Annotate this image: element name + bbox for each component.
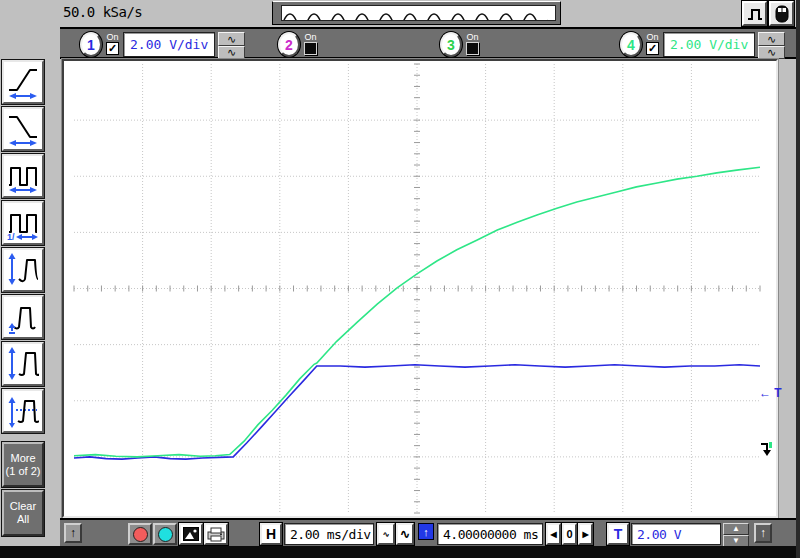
up-triangle-icon: ▲ (732, 525, 740, 533)
channel-1-scale-value: 2.00 V/div (130, 37, 208, 52)
clear-all-label-line2: All (17, 513, 29, 526)
more-button[interactable]: More (1 of 2) (2, 442, 44, 487)
timebase-value: 2.00 ms/div (290, 527, 371, 542)
channel-4-scale-value: 2.00 V/div (670, 37, 748, 52)
stop-button[interactable] (128, 523, 152, 545)
mouse-mode-button[interactable] (769, 1, 794, 26)
trigger-position-indicator: ↑ (418, 523, 434, 540)
acquisition-preview-waveform (281, 5, 556, 21)
channel-3-group: 3 On (440, 32, 479, 57)
slope-up-indicator-right[interactable]: ↑ (754, 523, 772, 543)
dc-coupling-icon: ∿ (218, 46, 245, 60)
fall-time-icon (7, 110, 39, 148)
channel-bar: 1 On ✓ 2.00 V/div ∿ ∿ 2 On 3 On 4 On ✓ 2… (60, 27, 796, 59)
frequency-icon: 1/ (7, 204, 39, 242)
measure-sidebar: 1/ M (2, 60, 46, 536)
right-arrow-icon: ▶ (582, 530, 588, 539)
pulse-mode-button[interactable] (742, 1, 767, 26)
delay-decrement-button[interactable]: ◀ (546, 523, 561, 545)
channel-3-on-label: On (466, 32, 478, 42)
left-arrow-icon: ◀ (550, 530, 556, 539)
large-wave-icon: ∿ (400, 527, 410, 541)
base-icon (7, 298, 39, 336)
h-button-label: H (266, 526, 276, 542)
delay-time-value: 4.00000000 ms (443, 527, 538, 542)
image-export-icon (183, 527, 199, 541)
channel-4-group: 4 On ✓ 2.00 V/div ∿ ∿ (620, 32, 785, 59)
channel-1-on-checkbox[interactable]: ✓ (106, 42, 119, 55)
bottom-frame-strip (0, 546, 800, 558)
pulse-icon (746, 6, 764, 22)
printer-icon (207, 527, 225, 542)
dc-coupling-icon: ∿ (758, 46, 785, 60)
measure-average-button[interactable] (2, 389, 44, 433)
footer-bar: ↑ H 2.00 ms/div ∿ ∿ ↑ 4.00000000 ms ◀ 0 … (60, 518, 796, 546)
spinner-up-button[interactable]: ▲ (723, 523, 749, 535)
measure-fall-time-button[interactable] (2, 107, 44, 151)
channel-3-on-checkbox[interactable] (466, 42, 479, 55)
channel-1-on-label: On (106, 32, 118, 42)
right-frame-strip (796, 0, 800, 558)
measure-amplitude-button[interactable] (2, 248, 44, 292)
trigger-level-marker: ← T (759, 386, 782, 400)
channel-2-group: 2 On (278, 32, 317, 57)
export-image-button[interactable] (179, 523, 203, 545)
waveform-display: ← T (62, 59, 778, 518)
print-button[interactable] (204, 523, 228, 545)
ground-arrow-icon (759, 441, 773, 457)
clear-all-button[interactable]: Clear All (2, 490, 44, 536)
channel-4-badge[interactable]: 4 (620, 32, 642, 57)
acquisition-preview-bar[interactable] (272, 1, 561, 25)
channel-4-on-checkbox[interactable]: ✓ (646, 42, 659, 55)
measure-top-button[interactable] (2, 342, 44, 386)
trigger-level-spinner: ▲ ▼ (723, 523, 749, 547)
svg-text:1/: 1/ (7, 232, 15, 242)
channel-3-badge[interactable]: 3 (440, 32, 462, 57)
channel-1-badge[interactable]: 1 (80, 32, 102, 57)
ch4-ground-marker (759, 441, 773, 457)
mouse-icon (775, 5, 789, 23)
channel-1-number: 1 (87, 37, 95, 53)
period-icon (7, 157, 39, 195)
t-button-label: T (614, 526, 623, 542)
channel-2-on-label: On (304, 32, 316, 42)
up-arrow-icon: ↑ (70, 526, 76, 540)
normal-waveform-button[interactable]: ∿ (396, 523, 414, 545)
timebase-field[interactable]: 2.00 ms/div (284, 523, 374, 545)
channel-1-scale[interactable]: 2.00 V/div (123, 32, 215, 57)
down-triangle-icon: ▼ (732, 537, 740, 545)
top-icon (7, 345, 39, 383)
channel-3-number: 3 (447, 37, 455, 53)
measure-frequency-button[interactable]: 1/ (2, 201, 44, 245)
preview-sine-icon (282, 6, 556, 21)
channel-4-scale[interactable]: 2.00 V/div (663, 32, 755, 57)
scope-graticule (64, 61, 776, 516)
zoom-waveform-button[interactable]: ∿ (377, 523, 395, 545)
stop-indicator-icon (133, 527, 148, 542)
channel-4-number: 4 (627, 37, 635, 53)
trigger-level-field[interactable]: 2.00 V (631, 523, 721, 545)
up-arrow-icon: ↑ (760, 526, 766, 540)
measure-rise-time-button[interactable] (2, 60, 44, 104)
channel-4-on-label: On (646, 32, 658, 42)
run-button[interactable] (153, 523, 177, 545)
more-label-line2: (1 of 2) (6, 465, 41, 478)
ac-coupling-icon: ∿ (218, 32, 245, 46)
delay-zero-button[interactable]: 0 (562, 523, 577, 545)
delay-increment-button[interactable]: ▶ (578, 523, 593, 545)
measure-period-button[interactable] (2, 154, 44, 198)
channel-4-coupling-button[interactable]: ∿ ∿ (758, 32, 785, 59)
trigger-menu-button[interactable]: T (607, 523, 629, 545)
small-wave-icon: ∿ (383, 530, 390, 539)
channel-2-number: 2 (285, 37, 293, 53)
channel-1-coupling-button[interactable]: ∿ ∿ (218, 32, 245, 59)
average-icon (7, 392, 39, 430)
channel-2-badge[interactable]: 2 (278, 32, 300, 57)
measure-base-button[interactable] (2, 295, 44, 339)
horizontal-menu-button[interactable]: H (260, 523, 282, 545)
sample-rate-readout: 50.0 kSa/s (63, 4, 142, 20)
slope-up-indicator-left[interactable]: ↑ (64, 523, 82, 543)
delay-time-field[interactable]: 4.00000000 ms (437, 523, 543, 545)
channel-1-group: 1 On ✓ 2.00 V/div ∿ ∿ (80, 32, 245, 59)
channel-2-on-checkbox[interactable] (304, 42, 317, 55)
